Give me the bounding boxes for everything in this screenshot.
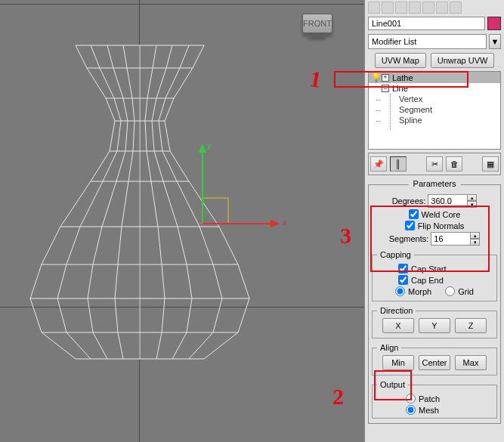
- expand-icon[interactable]: +: [382, 74, 389, 82]
- pin-stack-button[interactable]: 📌: [370, 156, 387, 172]
- output-group: Output Patch Mesh: [372, 380, 497, 419]
- configure-sets-button[interactable]: ▦: [482, 156, 499, 172]
- flip-normals-checkbox[interactable]: [405, 221, 415, 230]
- align-min-button[interactable]: Min: [382, 355, 414, 370]
- cap-end-label: Cap End: [411, 276, 444, 285]
- make-unique-button[interactable]: ✂: [426, 156, 443, 172]
- viewport[interactable]: FRONT: [0, 0, 364, 442]
- stack-sub-vertex[interactable]: Vertex: [369, 94, 500, 104]
- stack-sub-segment[interactable]: Segment: [369, 104, 500, 115]
- spinner-up-icon[interactable]: ▲: [470, 232, 480, 239]
- spinner-up-icon[interactable]: ▲: [467, 194, 477, 201]
- weld-core-label: Weld Core: [422, 210, 461, 219]
- modifier-list-dropdown-button[interactable]: ▼: [489, 34, 501, 49]
- flip-normals-label: Flip Normals: [418, 221, 465, 230]
- stack-item-line[interactable]: − Line: [369, 83, 500, 94]
- align-group: Align Min Center Max: [372, 343, 497, 376]
- panel-tabs[interactable]: [368, 2, 501, 14]
- weld-core-checkbox[interactable]: [409, 209, 419, 219]
- remove-modifier-button[interactable]: 🗑: [446, 156, 462, 172]
- object-color-swatch[interactable]: [487, 17, 501, 30]
- show-end-result-button[interactable]: ║: [390, 156, 407, 172]
- stack-item-lathe[interactable]: 💡 + Lathe: [369, 72, 500, 83]
- output-title: Output: [377, 380, 408, 389]
- axis-x-label: x: [283, 218, 287, 227]
- stack-toolbar: 📌 ║ ✂ 🗑 ▦: [368, 153, 501, 175]
- patch-label: Patch: [419, 394, 440, 403]
- direction-title: Direction: [377, 306, 416, 315]
- parameters-rollout: Parameters Degrees: ▲▼ Weld Core Flip No…: [368, 184, 501, 424]
- align-title: Align: [377, 343, 401, 352]
- svg-rect-0: [203, 198, 228, 224]
- stack-sub-spline[interactable]: Spline: [369, 115, 500, 125]
- svg-marker-2: [199, 144, 206, 153]
- unwrap-uvw-button[interactable]: Unwrap UVW: [431, 53, 495, 68]
- patch-radio[interactable]: [406, 394, 416, 403]
- stack-sub-label: Vertex: [399, 94, 422, 104]
- degrees-input[interactable]: [428, 194, 467, 208]
- stack-sub-label: Segment: [399, 105, 432, 114]
- mesh-radio[interactable]: [406, 405, 416, 415]
- modifier-list-dropdown[interactable]: Modifier List: [368, 34, 487, 49]
- align-max-button[interactable]: Max: [455, 355, 487, 370]
- modifier-stack[interactable]: 💡 + Lathe − Line Vertex Segment Spline: [368, 71, 501, 150]
- degrees-spinner[interactable]: ▲▼: [428, 194, 477, 208]
- axis-y-label: y: [207, 141, 212, 150]
- capping-title: Capping: [377, 250, 414, 259]
- grid-label: Grid: [458, 287, 474, 296]
- svg-marker-4: [271, 220, 280, 227]
- align-center-button[interactable]: Center: [419, 355, 450, 370]
- transform-gizmo[interactable]: y x: [0, 0, 364, 442]
- segments-label: Segments:: [389, 234, 429, 243]
- cap-end-checkbox[interactable]: [398, 275, 408, 285]
- segments-input[interactable]: [431, 232, 470, 246]
- direction-y-button[interactable]: Y: [419, 318, 450, 333]
- segments-spinner[interactable]: ▲▼: [431, 232, 480, 246]
- lightbulb-icon[interactable]: 💡: [371, 73, 379, 82]
- cap-start-label: Cap Start: [411, 264, 446, 274]
- uvw-map-button[interactable]: UVW Map: [375, 53, 426, 68]
- modifier-list-label: Modifier List: [372, 37, 416, 46]
- stack-item-label: Line: [392, 84, 408, 93]
- parameters-title: Parameters: [409, 179, 461, 188]
- direction-z-button[interactable]: Z: [455, 318, 487, 333]
- grid-radio[interactable]: [445, 286, 455, 296]
- direction-group: Direction X Y Z: [372, 306, 497, 338]
- spinner-down-icon[interactable]: ▼: [470, 239, 480, 246]
- direction-x-button[interactable]: X: [382, 318, 414, 333]
- cap-start-checkbox[interactable]: [398, 264, 408, 274]
- mesh-label: Mesh: [419, 406, 439, 415]
- morph-radio[interactable]: [395, 286, 405, 296]
- capping-group: Capping Cap Start Cap End Morph Grid: [372, 250, 497, 301]
- collapse-icon[interactable]: −: [382, 85, 389, 92]
- stack-item-label: Lathe: [392, 73, 413, 82]
- object-name-field[interactable]: [368, 17, 485, 30]
- spinner-down-icon[interactable]: ▼: [467, 201, 477, 208]
- command-panel: Modifier List ▼ UVW Map Unwrap UVW 💡 + L…: [364, 0, 504, 442]
- stack-sub-label: Spline: [399, 116, 422, 125]
- morph-label: Morph: [408, 287, 431, 296]
- degrees-label: Degrees:: [392, 196, 426, 206]
